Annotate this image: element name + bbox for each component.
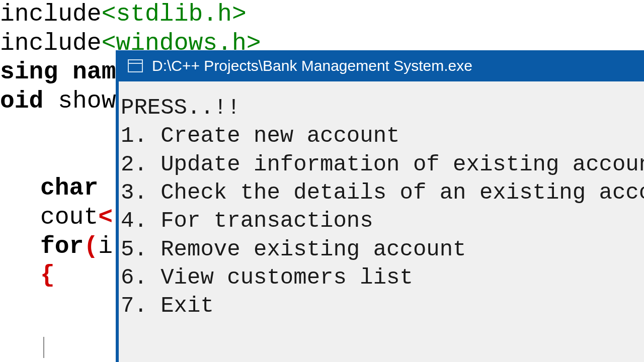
code-line: include<stdlib.h> xyxy=(0,0,644,29)
menu-item: 5. Remove existing account xyxy=(121,235,644,263)
menu-item: 1. Create new account xyxy=(121,122,644,150)
code-text: nam xyxy=(58,58,116,85)
code-header: <stdlib.h> xyxy=(102,1,247,28)
code-keyword: oid xyxy=(0,87,43,115)
code-keyword: for xyxy=(40,233,84,260)
code-keyword: char xyxy=(40,174,98,202)
code-text: i xyxy=(98,233,113,260)
console-window[interactable]: D:\C++ Projects\Bank Management System.e… xyxy=(116,50,644,362)
window-title: D:\C++ Projects\Bank Management System.e… xyxy=(152,57,472,74)
menu-item: 7. Exit xyxy=(121,292,644,320)
menu-item: 4. For transactions xyxy=(121,207,644,235)
code-text: include xyxy=(0,30,102,57)
app-icon xyxy=(128,59,143,72)
menu-item: 3. Check the details of an existing acco… xyxy=(121,178,644,207)
code-brace: { xyxy=(40,261,55,289)
code-text: cout xyxy=(40,204,98,231)
menu-item: 6. View customers list xyxy=(121,263,644,292)
code-text: include xyxy=(0,1,102,28)
code-operator: < xyxy=(98,204,113,231)
text-cursor xyxy=(43,337,44,358)
console-output[interactable]: PRESS..!! 1. Create new account 2. Updat… xyxy=(119,81,644,322)
menu-item: 2. Update information of existing accoun… xyxy=(121,150,644,178)
console-header: PRESS..!! xyxy=(121,94,644,122)
code-paren: ( xyxy=(84,233,98,260)
code-keyword: sing xyxy=(0,58,58,85)
window-titlebar[interactable]: D:\C++ Projects\Bank Management System.e… xyxy=(119,50,644,81)
code-text: show xyxy=(43,87,116,115)
